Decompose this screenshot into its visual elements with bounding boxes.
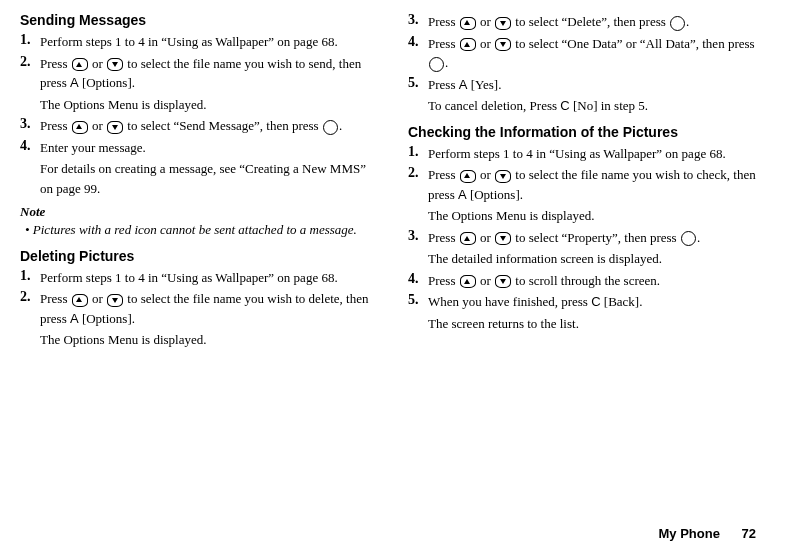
text: When you have finished, press [428, 294, 591, 309]
up-key-icon [460, 38, 476, 51]
text: . [697, 230, 700, 245]
step-2: 2. Press or to select the file name you … [20, 54, 378, 93]
checking-steps-cont: 3. Press or to select “Property”, then p… [408, 228, 766, 248]
note-heading: Note [20, 204, 378, 220]
heading-sending-messages: Sending Messages [20, 12, 378, 28]
down-key-icon [495, 232, 511, 245]
step-number: 4. [408, 34, 428, 50]
center-key-icon [323, 120, 338, 135]
step-sub: To cancel deletion, Press C [No] in step… [428, 96, 766, 116]
up-key-icon [460, 170, 476, 183]
step-number: 3. [20, 116, 40, 132]
center-key-icon [670, 16, 685, 31]
step-number: 1. [408, 144, 428, 160]
up-key-icon [460, 275, 476, 288]
text: Press [40, 291, 71, 306]
up-key-icon [72, 294, 88, 307]
step-text: Press or to select “Property”, then pres… [428, 228, 766, 248]
step-3: 3. Press or to select “Send Message”, th… [20, 116, 378, 136]
step-2: 2. Press or to select the file name you … [20, 289, 378, 328]
step-text: Press or to select the file name you wis… [40, 289, 378, 328]
text: To cancel deletion, Press [428, 98, 560, 113]
left-column: Sending Messages 1. Perform steps 1 to 4… [20, 10, 378, 352]
step-sub: The Options Menu is displayed. [428, 206, 766, 226]
footer-section: My Phone [659, 526, 720, 541]
down-key-icon [495, 275, 511, 288]
step-sub: The Options Menu is displayed. [40, 330, 378, 350]
text: [Back]. [601, 294, 643, 309]
step-text: Perform steps 1 to 4 in “Using as Wallpa… [40, 268, 378, 288]
page-content: Sending Messages 1. Perform steps 1 to 4… [0, 0, 786, 352]
text: . [445, 55, 448, 70]
step-number: 2. [20, 54, 40, 70]
softkey-a: A [458, 185, 467, 205]
text: or [89, 291, 106, 306]
text: or [477, 230, 494, 245]
step-2: 2. Press or to select the file name you … [408, 165, 766, 204]
footer-page-number: 72 [742, 526, 756, 541]
step-text: Press or to select the file name you wis… [428, 165, 766, 204]
down-key-icon [107, 294, 123, 307]
step-text: Enter your message. [40, 138, 378, 158]
step-number: 3. [408, 12, 428, 28]
text: [Yes]. [467, 77, 501, 92]
sending-steps: 1. Perform steps 1 to 4 in “Using as Wal… [20, 32, 378, 93]
step-5: 5. When you have finished, press C [Back… [408, 292, 766, 312]
step-text: Press or to select “Send Message”, then … [40, 116, 378, 136]
softkey-c: C [591, 292, 600, 312]
step-4: 4. Press or to scroll through the screen… [408, 271, 766, 291]
down-key-icon [495, 170, 511, 183]
text: [Options]. [467, 187, 523, 202]
text: to select “Send Message”, then press [124, 118, 322, 133]
text: to select “Delete”, then press [512, 14, 669, 29]
step-3: 3. Press or to select “Delete”, then pre… [408, 12, 766, 32]
text: . [339, 118, 342, 133]
text: or [477, 36, 494, 51]
page-footer: My Phone 72 [659, 526, 757, 541]
step-number: 4. [408, 271, 428, 287]
text: or [477, 167, 494, 182]
step-sub: The screen returns to the list. [428, 314, 766, 334]
right-column: 3. Press or to select “Delete”, then pre… [408, 10, 766, 352]
heading-checking-info: Checking the Information of the Pictures [408, 124, 766, 140]
text: . [686, 14, 689, 29]
text: or [477, 14, 494, 29]
step-1: 1. Perform steps 1 to 4 in “Using as Wal… [20, 268, 378, 288]
step-sub: The detailed information screen is displ… [428, 249, 766, 269]
text: Press [40, 118, 71, 133]
up-key-icon [460, 232, 476, 245]
step-number: 3. [408, 228, 428, 244]
up-key-icon [72, 121, 88, 134]
step-number: 2. [20, 289, 40, 305]
text: Press [428, 36, 459, 51]
center-key-icon [681, 231, 696, 246]
down-key-icon [495, 38, 511, 51]
text: [Options]. [79, 311, 135, 326]
step-5: 5. Press A [Yes]. [408, 75, 766, 95]
checking-steps: 1. Perform steps 1 to 4 in “Using as Wal… [408, 144, 766, 205]
step-number: 1. [20, 32, 40, 48]
down-key-icon [107, 58, 123, 71]
step-4: 4. Enter your message. [20, 138, 378, 158]
step-1: 1. Perform steps 1 to 4 in “Using as Wal… [20, 32, 378, 52]
step-sub: The Options Menu is displayed. [40, 95, 378, 115]
text: to scroll through the screen. [512, 273, 660, 288]
step-text: Press or to select the file name you wis… [40, 54, 378, 93]
bullet: • [25, 222, 30, 237]
note-text: Pictures with a red icon cannot be sent … [33, 222, 357, 237]
step-text: Perform steps 1 to 4 in “Using as Wallpa… [40, 32, 378, 52]
step-text: Press A [Yes]. [428, 75, 766, 95]
deleting-steps-cont: 3. Press or to select “Delete”, then pre… [408, 12, 766, 94]
step-number: 5. [408, 75, 428, 91]
down-key-icon [107, 121, 123, 134]
text: [No] in step 5. [570, 98, 648, 113]
text: to select “Property”, then press [512, 230, 680, 245]
text: Press [428, 230, 459, 245]
text: or [89, 118, 106, 133]
note-body: • Pictures with a red icon cannot be sen… [32, 220, 378, 240]
step-3: 3. Press or to select “Property”, then p… [408, 228, 766, 248]
step-number: 5. [408, 292, 428, 308]
softkey-a: A [70, 73, 79, 93]
softkey-a: A [70, 309, 79, 329]
step-sub: For details on creating a message, see “… [40, 159, 378, 198]
